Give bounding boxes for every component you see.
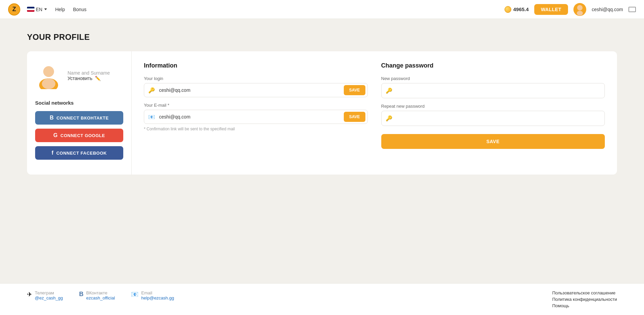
svg-point-3: [43, 66, 54, 77]
new-password-input[interactable]: [395, 88, 601, 94]
login-input-row: 🔑 SAVE: [144, 83, 368, 97]
email-input[interactable]: [159, 110, 344, 124]
page-title: YOUR PROFILE: [27, 32, 617, 42]
connect-vk-button[interactable]: В CONNECT ВКОНТАКТЕ: [35, 111, 123, 125]
coins-value: 4965.4: [513, 6, 529, 12]
name-placeholder: Name and Surname: [68, 70, 110, 76]
telegram-label: Телеграм: [35, 290, 63, 295]
svg-point-5: [42, 78, 55, 89]
lang-selector[interactable]: EN: [27, 7, 47, 12]
main-content: YOUR PROFILE Name and Surname Установить…: [0, 19, 644, 283]
email-label: Your E-mail *: [144, 103, 368, 108]
wallet-button[interactable]: WALLET: [534, 4, 568, 15]
email-icon: 📧: [144, 114, 159, 120]
password-section: Change password New password 🔑 Repeat ne…: [381, 62, 605, 149]
footer-telegram: ✈ Телеграм @ez_cash_gg: [27, 290, 63, 300]
connect-google-button[interactable]: G CONNECT GOOGLE: [35, 129, 123, 142]
repeat-password-input[interactable]: [395, 116, 601, 121]
vk-footer-label: ВКонтакте: [86, 290, 115, 295]
lang-label: EN: [36, 7, 42, 12]
vk-footer-icon: В: [79, 291, 83, 298]
save-email-button[interactable]: SAVE: [344, 112, 365, 122]
connect-facebook-button[interactable]: f CONNECT FACEBOOK: [35, 146, 123, 160]
flag-icon: [27, 7, 34, 12]
repeat-pw-label: Repeat new password: [381, 104, 605, 109]
footer-link-tos[interactable]: Пользовательское соглашение: [552, 290, 617, 295]
footer-links: Пользовательское соглашение Политика кон…: [552, 290, 617, 308]
key-icon-pw2: 🔑: [386, 115, 392, 122]
avatar-section: Name and Surname Установить ✏️: [35, 62, 123, 89]
vk-footer-value[interactable]: ezcash_official: [86, 295, 115, 300]
email-footer-label: Email: [141, 290, 174, 295]
key-icon-pw: 🔑: [386, 87, 392, 94]
set-name-button[interactable]: Установить ✏️: [68, 76, 110, 81]
new-pw-input-row: 🔑: [381, 83, 605, 98]
login-input[interactable]: [159, 83, 344, 97]
google-icon: G: [53, 132, 58, 138]
pencil-icon: ✏️: [95, 76, 101, 81]
right-panel-grid: Information Your login 🔑 SAVE Your E-mai…: [144, 62, 605, 149]
right-panel: Information Your login 🔑 SAVE Your E-mai…: [132, 51, 617, 175]
avatar-info: Name and Surname Установить ✏️: [68, 70, 110, 81]
nav-bonus[interactable]: Bonus: [73, 7, 86, 12]
user-email-display: ceshi@qq.com: [592, 7, 623, 12]
password-title: Change password: [381, 62, 605, 69]
avatar: [573, 3, 586, 16]
login-label: Your login: [144, 76, 368, 81]
svg-point-0: [577, 5, 583, 10]
new-pw-label: New password: [381, 76, 605, 81]
email-footer-icon: 📧: [131, 291, 138, 298]
avatar-large: [35, 62, 62, 89]
footer-email: 📧 Email help@ezcash.gg: [131, 290, 174, 300]
footer-link-help[interactable]: Помощь: [552, 303, 617, 308]
info-section: Information Your login 🔑 SAVE Your E-mai…: [144, 62, 368, 149]
coin-icon: [505, 6, 511, 13]
profile-grid: Name and Surname Установить ✏️ Social ne…: [27, 51, 617, 175]
footer-vk: В ВКонтакте ezcash_official: [79, 290, 115, 300]
repeat-pw-input-row: 🔑: [381, 111, 605, 126]
key-icon: 🔑: [144, 87, 159, 94]
svg-point-2: [577, 11, 583, 16]
footer-link-privacy[interactable]: Политика конфиденциальности: [552, 297, 617, 302]
save-password-button[interactable]: SAVE: [381, 134, 605, 149]
message-icon[interactable]: [628, 7, 636, 12]
facebook-icon: f: [52, 150, 54, 156]
logo[interactable]: Z: [8, 3, 20, 16]
header-right: 4965.4 WALLET ceshi@qq.com: [505, 3, 636, 16]
telegram-icon: ✈: [27, 291, 32, 298]
footer: ✈ Телеграм @ez_cash_gg В ВКонтакте ezcas…: [0, 283, 644, 315]
left-panel: Name and Surname Установить ✏️ Social ne…: [27, 51, 132, 175]
social-title: Social networks: [35, 100, 123, 106]
nav-links: Help Bonus: [55, 7, 86, 12]
email-footer-value[interactable]: help@ezcash.gg: [141, 295, 174, 300]
coins-display: 4965.4: [505, 6, 529, 13]
nav-help[interactable]: Help: [55, 7, 65, 12]
header: Z EN Help Bonus 4965.4 WALLET ceshi@qq.c…: [0, 0, 644, 19]
vk-icon: В: [50, 115, 54, 121]
social-section: Social networks В CONNECT ВКОНТАКТЕ G CO…: [35, 100, 123, 160]
email-hint: * Confirmation link will be sent to the …: [144, 127, 368, 131]
info-title: Information: [144, 62, 368, 69]
email-input-row: 📧 SAVE: [144, 110, 368, 124]
telegram-value[interactable]: @ez_cash_gg: [35, 295, 63, 300]
save-login-button[interactable]: SAVE: [344, 85, 365, 95]
chevron-down-icon: [44, 8, 47, 10]
